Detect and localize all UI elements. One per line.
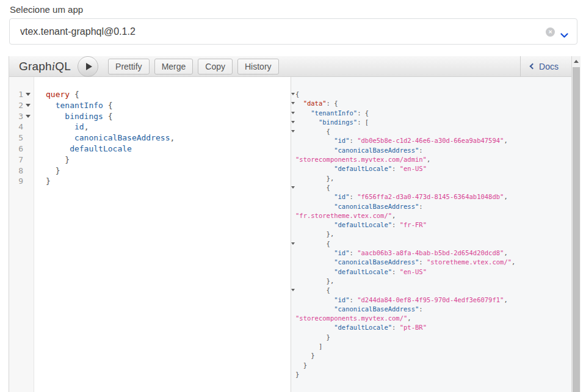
gutter-row: 8 [9, 165, 34, 176]
logo-text-end: QL [55, 60, 71, 73]
query-code[interactable]: query { tenantInfo { bindings { id, cano… [37, 77, 291, 392]
execute-button[interactable] [78, 56, 98, 77]
result-line: { [295, 127, 568, 136]
docs-button[interactable]: Docs [520, 56, 571, 76]
graphiql-panel: GraphiQL PrettifyMergeCopyHistory Docs 1… [9, 56, 572, 392]
editor-split: 123456789 query { tenantInfo { bindings … [9, 77, 571, 392]
line-number: 5 [9, 132, 23, 143]
docs-button-label: Docs [539, 62, 559, 71]
toolbar-buttons: PrettifyMergeCopyHistory [108, 59, 279, 74]
gutter-row: 5 [9, 132, 34, 143]
code-line: } [46, 154, 291, 165]
fold-arrow-icon[interactable] [291, 121, 295, 123]
result-line: { [295, 90, 568, 99]
prettify-button[interactable]: Prettify [108, 59, 150, 74]
fold-arrow-icon[interactable] [291, 130, 295, 132]
copy-button[interactable]: Copy [198, 59, 233, 74]
result-line: "fr.storetheme.vtex.com/", [295, 211, 568, 220]
result-line: "id": "d244da84-0ef8-4f95-970d-4edf3e607… [295, 296, 568, 305]
fold-arrow-icon[interactable] [291, 242, 295, 245]
result-line: "canonicalBaseAddress": [295, 146, 568, 155]
fold-arrow-icon[interactable] [291, 186, 295, 189]
result-line: } [295, 370, 568, 379]
app-selector-label: Selecione um app [10, 4, 83, 15]
result-line: "defaultLocale": "pt-BR" [295, 323, 568, 332]
result-line: }, [295, 174, 568, 183]
result-line: }, [295, 277, 568, 286]
fold-arrow-icon[interactable] [291, 289, 295, 291]
result-line: "canonicalBaseAddress": "storetheme.vtex… [295, 258, 568, 267]
result-line: "defaultLocale": "en-US" [295, 267, 568, 277]
result-line: "bindings": [ [295, 118, 568, 127]
merge-button[interactable]: Merge [154, 59, 194, 74]
query-editor[interactable]: 123456789 query { tenantInfo { bindings … [9, 77, 291, 392]
code-line: tenantInfo { [46, 100, 291, 111]
line-number: 2 [9, 100, 23, 111]
vertical-scrollbar[interactable] [572, 56, 581, 392]
play-icon [86, 63, 92, 70]
gutter-row: 7 [9, 154, 34, 165]
result-line: "tenantInfo": { [295, 109, 568, 118]
fold-arrow-icon[interactable] [26, 115, 31, 118]
gutter-row: 6 [9, 143, 34, 154]
app-page: Selecione um app vtex.tenant-graphql@0.1… [0, 0, 586, 392]
result-line: "data": { [295, 99, 568, 108]
gutter-row: 1 [9, 89, 34, 100]
result-line: "id": "db0e5b8e-c1d2-46e6-a30d-66ea9ab47… [295, 136, 568, 145]
fold-arrow-icon[interactable] [291, 93, 295, 95]
line-number: 7 [9, 154, 23, 165]
result-line: "defaultLocale": "fr-FR" [295, 220, 568, 230]
editor-gutter: 123456789 [9, 77, 34, 392]
code-line: } [46, 165, 291, 176]
line-number: 4 [9, 122, 23, 132]
fold-arrow-icon[interactable] [291, 112, 295, 114]
code-line: id, [46, 122, 291, 132]
graphiql-toolbar: GraphiQL PrettifyMergeCopyHistory Docs [9, 56, 571, 77]
line-number: 8 [9, 165, 23, 176]
result-line: "defaultLocale": "en-US" [295, 164, 568, 173]
result-line: "storecomponents.myvtex.com/", [295, 314, 568, 323]
result-line: { [295, 183, 568, 192]
result-line: "storecomponents.myvtex.com/admin", [295, 155, 568, 164]
app-select-value: vtex.tenant-graphql@0.1.2 [20, 19, 136, 44]
gutter-row: 9 [9, 176, 34, 187]
result-line: "id": "aacb06b3-a8fa-4bab-b5bd-2d654d20d… [295, 249, 568, 258]
line-number: 9 [9, 176, 23, 187]
result-line: { [295, 239, 568, 249]
chevron-down-icon[interactable] [560, 30, 568, 35]
result-line: } [295, 351, 568, 360]
result-line: "id": "f656ffa2-d3a0-473d-8145-6364ab104… [295, 192, 568, 201]
logo-text: Graph [19, 60, 52, 73]
app-select[interactable]: vtex.tenant-graphql@0.1.2 [9, 18, 577, 45]
line-number: 6 [9, 143, 23, 154]
result-line: { [295, 286, 568, 295]
history-button[interactable]: History [237, 59, 279, 74]
clear-icon[interactable] [546, 27, 555, 37]
graphiql-logo: GraphiQL [19, 60, 71, 73]
chevron-left-icon [530, 64, 536, 70]
code-line: canonicalBaseAddress, [46, 132, 291, 143]
result-line: }, [295, 230, 568, 239]
line-number: 3 [9, 111, 23, 122]
result-viewer: { "data": { "tenantInfo": { "bindings": … [291, 77, 571, 392]
line-number: 1 [9, 89, 23, 100]
result-line: "canonicalBaseAddress": [295, 202, 568, 211]
fold-arrow-icon[interactable] [26, 104, 31, 107]
code-line: } [46, 176, 291, 187]
result-line: } [295, 333, 568, 342]
gutter-row: 2 [9, 100, 34, 111]
result-line: } [295, 361, 568, 370]
code-line: defaultLocale [46, 143, 291, 154]
fold-arrow-icon[interactable] [26, 93, 31, 96]
fold-arrow-icon[interactable] [291, 102, 295, 104]
result-line: "canonicalBaseAddress": [295, 305, 568, 314]
result-line: ] [295, 342, 568, 351]
code-line: query { [46, 89, 291, 100]
scroll-up-icon[interactable] [574, 60, 579, 63]
gutter-row: 3 [9, 111, 34, 122]
code-line: bindings { [46, 111, 291, 122]
scrollbar-thumb[interactable] [573, 67, 580, 392]
gutter-row: 4 [9, 122, 34, 132]
